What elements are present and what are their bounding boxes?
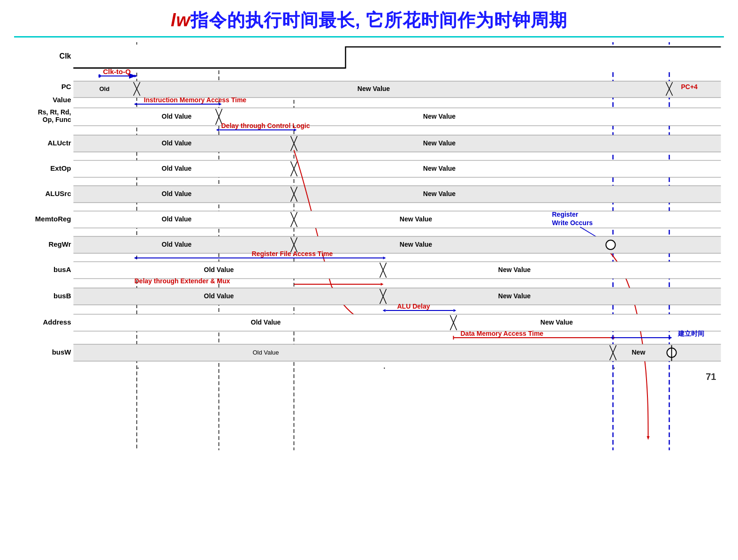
bottom-dot1: · (137, 362, 140, 372)
memtoreg-new: New Value (400, 215, 432, 223)
alusrc-old: Old Value (162, 190, 192, 197)
ext-mux-label: Delay through Extender & Mux (135, 277, 230, 285)
busw-label: busW (52, 348, 72, 356)
setup-right-arrow (670, 336, 672, 339)
alu-delay-label: ALU Delay (397, 303, 430, 310)
pc-value-sublabel: Value (53, 96, 71, 104)
pc-plus4-label: PC+4 (681, 83, 698, 91)
regwr-old: Old Value (162, 241, 192, 248)
pc-new-box (141, 82, 660, 96)
imem-label: Instruction Memory Access Time (144, 96, 247, 104)
timing-diagram: Clk Clk-to-Q PC Old New Value PC+4 (14, 42, 724, 539)
page-title: lw指令的执行时间最长, 它所花时间作为时钟周期 (0, 0, 738, 36)
reg-write-label1: Register (552, 211, 579, 218)
ext-mux-arrowhead (381, 283, 384, 286)
rs-old-label: Old Value (162, 113, 192, 120)
alusrc-new: New Value (423, 190, 456, 197)
ctrl-delay-label: Delay through Control Logic (221, 122, 310, 129)
busa-row-bg (74, 262, 721, 279)
pc-label-main: PC (61, 83, 71, 91)
extop-old: Old Value (162, 165, 192, 172)
regwr-circle (606, 240, 616, 250)
alu-delay-right (454, 309, 456, 312)
setup-label: 建立时间 (677, 330, 704, 337)
title-lw: lw (171, 10, 190, 30)
aluctr-old: Old Value (162, 139, 192, 147)
busb-new: New Value (498, 292, 531, 300)
clk-label: Clk (60, 52, 71, 60)
imem-arrow-left (134, 103, 137, 106)
aluctr-new: New Value (423, 139, 456, 147)
busb-label: busB (53, 292, 71, 300)
clk-row-bg (74, 45, 721, 70)
dmem-label: Data Memory Access Time (461, 330, 544, 337)
busw-new: New (632, 348, 646, 356)
alusrc-label: ALUSrc (45, 189, 71, 197)
address-row-bg (74, 314, 721, 331)
rs-label2: Op, Func (43, 116, 71, 123)
busw-row-bg (74, 344, 721, 361)
alu-delay-left (383, 309, 386, 312)
regwr-label: RegWr (48, 240, 71, 248)
address-new: New Value (540, 318, 573, 326)
reg-write-label2: Write Occurs (552, 219, 593, 227)
ctrl-arrow-left (216, 129, 219, 131)
bottom-dot2: · (383, 362, 386, 372)
memtoreg-label: MemtoReg (35, 215, 71, 223)
page-number: 71 (706, 371, 716, 382)
red-curve2-arrow (647, 436, 650, 440)
regfile-label: Register File Access Time (252, 250, 333, 257)
busw-old: Old Value (252, 349, 279, 356)
address-old: Old Value (251, 318, 281, 326)
pc-old-label: Old (99, 85, 110, 92)
regwr-new: New Value (400, 241, 432, 248)
busa-label: busA (53, 265, 71, 273)
address-label: Address (43, 318, 71, 326)
regfile-arrow-right (383, 257, 386, 259)
rs-new-label: New Value (423, 113, 456, 120)
aluctr-label: ALUctr (47, 139, 71, 147)
title-rest: 指令的执行时间最长, 它所花时间作为时钟周期 (190, 10, 567, 30)
extop-label: ExtOp (50, 164, 71, 172)
regfile-arrow-left (134, 257, 137, 259)
title-underline (14, 36, 724, 38)
setup-left-arrow (610, 336, 613, 339)
busa-old: Old Value (204, 266, 234, 273)
rs-label1: Rs, Rt, Rd, (38, 108, 71, 116)
clk-to-q-label: Clk-to-Q (103, 68, 131, 76)
pc-new-label: New Value (358, 85, 390, 92)
busa-new: New Value (498, 266, 531, 273)
busb-old: Old Value (204, 292, 234, 300)
diagram-container: Clk Clk-to-Q PC Old New Value PC+4 (14, 42, 724, 539)
extop-new: New Value (423, 165, 456, 172)
memtoreg-old: Old Value (162, 215, 192, 223)
bottom-dot3: · (613, 362, 616, 372)
